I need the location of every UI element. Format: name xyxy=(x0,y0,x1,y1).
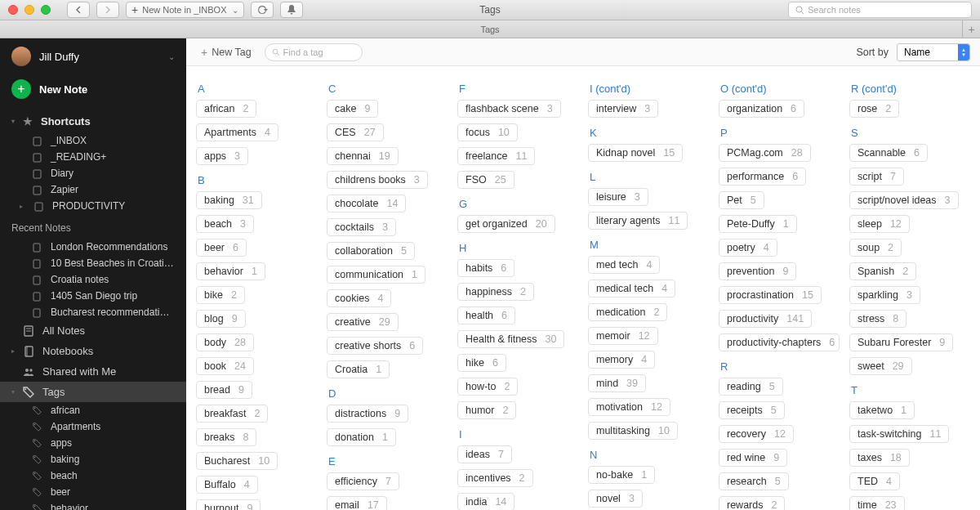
tag-chip[interactable]: humor2 xyxy=(457,401,516,419)
sort-select[interactable]: Name ▲▼ xyxy=(897,43,970,61)
tag-chip[interactable]: chocolate14 xyxy=(327,195,406,212)
tag-chip[interactable]: hike6 xyxy=(457,354,506,372)
tag-chip[interactable]: PCMag.com28 xyxy=(719,144,811,162)
tag-chip[interactable]: creative shorts6 xyxy=(327,337,423,355)
shortcut-item[interactable]: _READING+ xyxy=(0,149,186,165)
tag-chip[interactable]: FSO25 xyxy=(457,171,514,189)
tag-chip[interactable]: donation1 xyxy=(327,428,396,446)
tag-chip[interactable]: breakfast2 xyxy=(196,405,268,423)
find-tag-field[interactable]: Find a tag xyxy=(265,43,363,61)
tag-chip[interactable]: task-switching11 xyxy=(849,425,949,443)
tag-chip[interactable]: productivity-chapters6 xyxy=(719,333,840,351)
tag-chip[interactable]: bread9 xyxy=(196,381,252,399)
tag-chip[interactable]: mind39 xyxy=(588,374,646,392)
nav-all-notes[interactable]: All Notes xyxy=(0,320,186,341)
sidebar-tag-item[interactable]: african xyxy=(0,402,186,418)
tag-chip[interactable]: taketwo1 xyxy=(849,401,915,419)
tag-chip[interactable]: research5 xyxy=(719,472,789,490)
search-field[interactable]: Search notes xyxy=(788,2,972,18)
tag-chip[interactable]: TED4 xyxy=(849,472,900,490)
tag-chip[interactable]: prevention9 xyxy=(719,262,796,280)
tag-chip[interactable]: beach3 xyxy=(196,215,254,233)
tag-chip[interactable]: email17 xyxy=(327,496,387,510)
nav-shared[interactable]: Shared with Me xyxy=(0,361,186,382)
new-tag-button[interactable]: + New Tag xyxy=(196,46,256,59)
tag-chip[interactable]: leisure3 xyxy=(588,188,648,206)
tag-chip[interactable]: collaboration5 xyxy=(327,242,415,260)
tag-chip[interactable]: reading5 xyxy=(719,378,783,396)
tag-chip[interactable]: procrastination15 xyxy=(719,286,822,304)
tab-tags[interactable]: Tags xyxy=(480,25,499,34)
tag-chip[interactable]: communication1 xyxy=(327,266,425,284)
tag-chip[interactable]: novel3 xyxy=(588,490,643,508)
tag-chip[interactable]: Pet5 xyxy=(719,191,764,209)
tag-chip[interactable]: book24 xyxy=(196,357,254,375)
sidebar-tag-item[interactable]: baking xyxy=(0,451,186,468)
tag-chip[interactable]: interview3 xyxy=(588,100,658,118)
tag-chip[interactable]: Buffalo4 xyxy=(196,476,258,494)
sidebar-tag-item[interactable]: behavior xyxy=(0,500,186,510)
forward-button[interactable] xyxy=(96,2,119,18)
account-switcher[interactable]: Jill Duffy ⌄ xyxy=(0,38,186,71)
tag-chip[interactable]: script7 xyxy=(849,168,904,186)
tag-chip[interactable]: receipts5 xyxy=(719,401,785,419)
tag-chip[interactable]: happiness2 xyxy=(457,283,534,301)
tag-chip[interactable]: Pete-Duffy1 xyxy=(719,215,797,233)
tag-chip[interactable]: bike2 xyxy=(196,286,245,304)
tag-chip[interactable]: time23 xyxy=(849,496,905,510)
tag-chip[interactable]: apps3 xyxy=(196,147,248,165)
tag-chip[interactable]: childrens books3 xyxy=(327,171,428,189)
add-tab-button[interactable]: + xyxy=(962,20,980,38)
recent-note-item[interactable]: 10 Best Beaches in Croatia for Fa… xyxy=(0,255,186,271)
tag-chip[interactable]: red wine9 xyxy=(719,449,787,467)
tag-chip[interactable]: Spanish2 xyxy=(849,262,916,280)
tag-chip[interactable]: taxes18 xyxy=(849,449,910,467)
tag-chip[interactable]: performance6 xyxy=(719,168,806,186)
tag-chip[interactable]: stress8 xyxy=(849,310,906,328)
tag-chip[interactable]: rose2 xyxy=(849,100,899,118)
tag-chip[interactable]: sparkling3 xyxy=(849,286,920,304)
tag-chip[interactable]: efficiency7 xyxy=(327,472,399,490)
close-window-button[interactable] xyxy=(8,5,18,15)
zoom-window-button[interactable] xyxy=(41,5,51,15)
new-note-dropdown[interactable]: + New Note in _INBOX ⌄ xyxy=(126,2,244,18)
tag-chip[interactable]: incentives2 xyxy=(457,469,533,487)
tag-chip[interactable]: rewards2 xyxy=(719,496,785,510)
recent-note-item[interactable]: 1405 San Diego trip xyxy=(0,288,186,304)
tag-chip[interactable]: recovery12 xyxy=(719,425,794,443)
tag-chip[interactable]: soup2 xyxy=(849,239,902,257)
tag-chip[interactable]: african2 xyxy=(196,100,256,118)
tag-chip[interactable]: burnout9 xyxy=(196,499,261,510)
tag-chip[interactable]: multitasking10 xyxy=(588,422,678,440)
recent-note-item[interactable]: Bucharest recommendations for v… xyxy=(0,304,186,320)
tag-chip[interactable]: cookies4 xyxy=(327,289,391,307)
tag-chip[interactable]: india14 xyxy=(457,493,514,510)
tag-chip[interactable]: focus10 xyxy=(457,123,518,141)
tag-chip[interactable]: Croatia1 xyxy=(327,360,390,378)
tag-chip[interactable]: Apartments4 xyxy=(196,123,278,141)
shortcut-item[interactable]: Diary xyxy=(0,165,186,181)
tag-chip[interactable]: creative29 xyxy=(327,313,399,331)
sync-button[interactable] xyxy=(251,2,274,18)
shortcut-item[interactable]: _INBOX xyxy=(0,132,186,149)
tag-chip[interactable]: memoir12 xyxy=(588,327,658,345)
tag-chip[interactable]: Subaru Forester9 xyxy=(849,333,953,351)
tag-chip[interactable]: habits6 xyxy=(457,259,514,277)
sidebar-tag-item[interactable]: apps xyxy=(0,435,186,451)
shortcut-item[interactable]: ▸PRODUCTIVITY xyxy=(0,198,186,214)
tag-chip[interactable]: literary agents11 xyxy=(588,212,688,230)
nav-tags[interactable]: ▾ Tags xyxy=(0,382,186,402)
tag-chip[interactable]: Bucharest10 xyxy=(196,452,278,470)
tag-chip[interactable]: cocktails3 xyxy=(327,218,396,236)
shortcuts-header[interactable]: ▾ ★ Shortcuts xyxy=(0,110,186,132)
tag-chip[interactable]: get organized20 xyxy=(457,215,555,233)
shortcut-item[interactable]: Zapier xyxy=(0,181,186,198)
tag-chip[interactable]: body28 xyxy=(196,333,254,351)
tag-chip[interactable]: health6 xyxy=(457,306,515,324)
tag-chip[interactable]: script/novel ideas3 xyxy=(849,191,959,209)
tag-chip[interactable]: med tech4 xyxy=(588,256,660,274)
tag-chip[interactable]: motivation12 xyxy=(588,398,670,416)
tag-chip[interactable]: distractions9 xyxy=(327,405,408,423)
nav-notebooks[interactable]: ▸ Notebooks xyxy=(0,341,186,361)
tag-chip[interactable]: poetry4 xyxy=(719,239,777,257)
